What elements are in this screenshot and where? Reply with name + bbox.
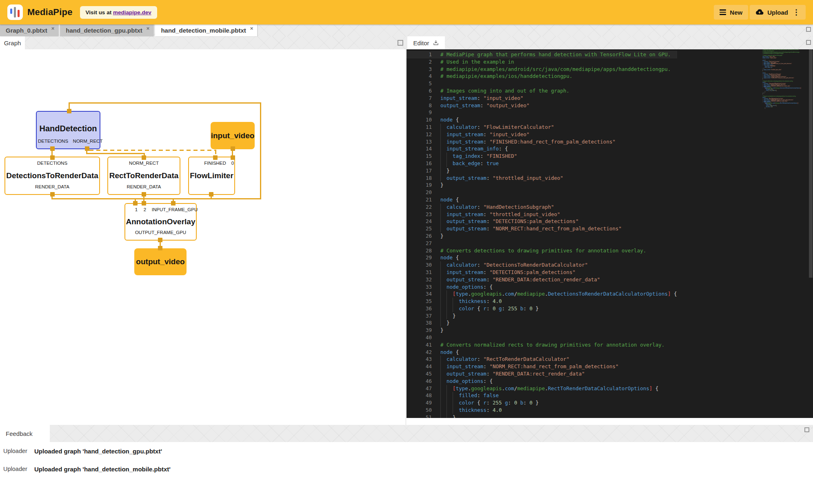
code-line: 36color { r: 0 g: 255 b: 0 }	[406, 305, 677, 312]
line-number: 20	[406, 189, 432, 196]
minimap[interactable]: # MediaPipe graph that performs hand det…	[761, 49, 808, 418]
node-detections-to-render-data[interactable]: DETECTIONS DetectionsToRenderData RENDER…	[4, 157, 100, 195]
line-number: 8	[406, 102, 432, 109]
port-label-render-data: RENDER_DATA	[5, 184, 99, 189]
code-line: }	[761, 107, 808, 108]
close-tab-icon[interactable]: ×	[51, 25, 55, 31]
file-tab-hand_detection_gpu.pbtxt[interactable]: hand_detection_gpu.pbtxt×	[60, 24, 153, 36]
download-icon[interactable]	[433, 40, 439, 46]
port-square	[50, 155, 55, 160]
line-number: 44	[406, 363, 432, 370]
close-tab-icon[interactable]: ×	[250, 25, 253, 31]
line-number: 35	[406, 298, 432, 305]
code-line: 10node {	[406, 116, 677, 124]
code-line: 31input_stream: "DETECTIONS:palm_detecti…	[406, 269, 677, 276]
code-line: 13input_stream: "FINISHED:hand_rect_from…	[406, 138, 677, 146]
new-button-label: New	[730, 9, 742, 16]
node-rect-to-render-data[interactable]: NORM_RECT RectToRenderData RENDER_DATA	[107, 157, 180, 195]
code-line: 24output_stream: "DETECTIONS:palm_detect…	[406, 218, 677, 225]
cloud-upload-icon	[755, 8, 764, 16]
code-line: 29node {	[406, 254, 677, 261]
line-number: 49	[406, 399, 432, 407]
expand-graph-panel-icon[interactable]	[398, 40, 403, 46]
node-title: AnnotationOverlay	[125, 217, 196, 226]
code-editor[interactable]: 1# MediaPipe graph that performs hand de…	[406, 51, 677, 418]
port-square	[213, 155, 218, 160]
code-line: 34[type.googleapis.com/mediapipe.Detecti…	[406, 290, 677, 298]
tab-graph[interactable]: Graph	[0, 36, 25, 49]
code-line: 19}	[406, 181, 677, 189]
editor-scrollbar[interactable]	[809, 49, 813, 418]
line-number: 32	[406, 276, 432, 283]
graph-edge	[69, 102, 261, 104]
tab-editor[interactable]: Editor	[407, 36, 445, 49]
line-number: 24	[406, 218, 432, 225]
line-number: 13	[406, 138, 432, 146]
feedback-tab-label: Feedback	[6, 430, 33, 437]
line-number: 42	[406, 349, 432, 356]
expand-editor-panel-icon[interactable]	[806, 40, 811, 45]
code-line: 33node_options: {	[406, 283, 677, 291]
feedback-message: Uploaded graph 'hand_detection_mobile.pb…	[34, 466, 171, 473]
node-title: RectToRenderData	[108, 171, 180, 180]
port-label-norm-rect: NORM_RECT	[108, 161, 180, 166]
port-square	[67, 109, 71, 113]
expand-feedback-panel-icon[interactable]	[804, 427, 809, 432]
line-number: 43	[406, 356, 432, 363]
code-line: 4# mediapipie/examples/ios/handdetection…	[406, 73, 677, 80]
line-number: 9	[406, 109, 432, 116]
node-flow-limiter[interactable]: FINISHED 0 FlowLimiter	[188, 157, 235, 195]
line-number: 51	[406, 414, 432, 418]
line-number: 19	[406, 181, 432, 189]
file-tab-hand_detection_mobile.pbtxt[interactable]: hand_detection_mobile.pbtxt×	[155, 24, 257, 36]
tab-feedback[interactable]: Feedback	[0, 425, 50, 442]
port-square	[142, 201, 146, 206]
scrollbar-thumb[interactable]	[809, 49, 813, 278]
new-button[interactable]: New	[714, 5, 748, 20]
node-output-video[interactable]: output_video	[134, 248, 187, 275]
port-square	[50, 146, 55, 151]
port-square	[231, 155, 235, 160]
more-options-icon[interactable]: ⋮	[793, 9, 800, 16]
node-title: HandDetection	[37, 124, 100, 133]
menu-icon	[720, 9, 726, 15]
line-number: 15	[406, 153, 432, 160]
line-number: 18	[406, 175, 432, 182]
code-line: 28# Converts detections to drawing primi…	[406, 247, 677, 254]
line-number: 46	[406, 378, 432, 385]
code-line: 6# Images coming into and out of the gra…	[406, 87, 677, 95]
line-number: 29	[406, 254, 432, 261]
code-editor[interactable]: # MediaPipe graph that performs hand det…	[761, 49, 808, 108]
port-square	[158, 246, 162, 250]
node-hand-detection[interactable]: HandDetection DETECTIONS NORM_RECT	[36, 111, 100, 149]
node-annotation-overlay[interactable]: 1 2 INPUT_FRAME_GPU AnnotationOverlay OU…	[124, 203, 197, 241]
node-title: input_video	[211, 131, 255, 140]
code-line: 44input_stream: "NORM_RECT:hand_rect_fro…	[406, 363, 677, 370]
feedback-source: Uploader	[3, 448, 29, 454]
node-input-video[interactable]: input_video	[211, 122, 255, 149]
port-label-detections: DETECTIONS	[5, 161, 99, 166]
port-label-0: 0	[231, 161, 234, 166]
mediapipe-logo-icon	[7, 4, 23, 20]
line-number: 7	[406, 95, 432, 102]
code-line: 45output_stream: "RENDER_DATA:rect_rende…	[406, 370, 677, 378]
port-square	[85, 146, 89, 151]
port-square	[209, 192, 213, 197]
editor-panel[interactable]: 1# MediaPipe graph that performs hand de…	[406, 49, 813, 418]
upload-button[interactable]: Upload ⋮	[750, 5, 806, 20]
mediapipe-dev-link[interactable]: mediapipe.dev	[113, 9, 151, 15]
code-line: 38}	[406, 319, 677, 327]
line-number: 39	[406, 327, 432, 334]
code-line: 18output_stream: "throttled_input_video"	[406, 175, 677, 182]
line-number: 6	[406, 87, 432, 95]
file-tab-label: hand_detection_gpu.pbtxt	[66, 27, 142, 34]
code-line: 37}	[406, 312, 677, 320]
expand-tabs-icon[interactable]	[806, 27, 811, 32]
line-number: 4	[406, 73, 432, 80]
port-label-norm-rect: NORM_RECT	[73, 139, 103, 144]
line-number: 45	[406, 370, 432, 378]
file-tab-Graph_0.pbtxt[interactable]: Graph_0.pbtxt×	[0, 24, 58, 36]
graph-canvas[interactable]: HandDetection DETECTIONS NORM_RECT input…	[0, 49, 406, 425]
line-number: 47	[406, 385, 432, 392]
close-tab-icon[interactable]: ×	[147, 25, 150, 31]
